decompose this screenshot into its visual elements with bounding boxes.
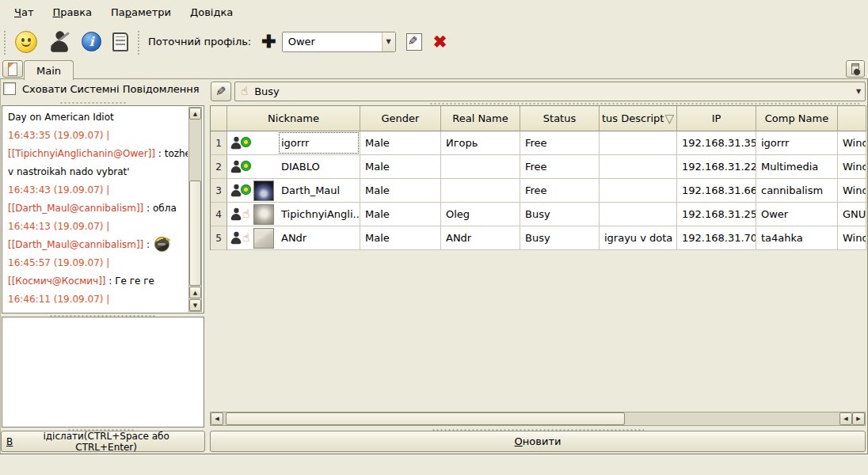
cell-gender: Male bbox=[360, 179, 441, 203]
profile-label: Поточний профіль: bbox=[148, 36, 251, 48]
user-row[interactable]: 2DIABLOMaleFree192.168.31.223MultimediaW… bbox=[211, 155, 866, 179]
user-table: NicknameGenderReal NameStatustus Descrip… bbox=[210, 105, 866, 412]
cell-os: GNU/ bbox=[838, 203, 866, 226]
table-body: 1igorrrMaleИгорьFree192.168.31.35igorrrW… bbox=[211, 131, 866, 250]
scroll-up-button-2[interactable]: ▲ bbox=[189, 287, 201, 298]
chat-log-content: Day on American Idiot16:43:35 (19.09.07)… bbox=[2, 106, 188, 313]
cell-ip: 192.168.31.223 bbox=[677, 155, 756, 179]
nickname-text[interactable]: ANdr bbox=[278, 226, 360, 249]
user-table-grid: NicknameGenderReal NameStatustus Descrip… bbox=[210, 105, 866, 250]
add-profile-button[interactable]: ✚ bbox=[259, 31, 278, 53]
status-edit-button[interactable]: ✎ bbox=[211, 82, 231, 101]
person-icon bbox=[230, 184, 242, 196]
nickname-text[interactable]: Darth_Maul bbox=[278, 179, 360, 202]
scroll-left-button-2[interactable]: ◀ bbox=[839, 412, 852, 425]
chevron-down-icon[interactable]: ▼ bbox=[852, 82, 865, 101]
cell-status-desc: igrayu v dota bbox=[600, 226, 677, 250]
chat-line: [[TipichnyiAnglichanin@Ower]] : tozhe bbox=[8, 145, 188, 163]
plus-icon: ✚ bbox=[261, 33, 276, 51]
chat-line: 16:46:11 (19.09.07) | bbox=[8, 291, 188, 309]
user-row[interactable]: 1igorrrMaleИгорьFree192.168.31.35igorrrW… bbox=[211, 131, 866, 155]
chat-line: 16:45:57 (19.09.07) | bbox=[8, 254, 188, 272]
chevron-down-icon[interactable]: ▼ bbox=[382, 32, 395, 51]
edit-profile-button[interactable]: ✎ bbox=[404, 31, 424, 53]
cell-num: 4 bbox=[211, 203, 227, 226]
menu-item-chat[interactable]: Чат bbox=[5, 2, 43, 22]
avatar bbox=[253, 180, 274, 201]
cell-gender: Male bbox=[360, 131, 441, 155]
scroll-right-button[interactable]: ▶ bbox=[852, 412, 865, 425]
user-row[interactable]: 5☝ANdrMaleANdrBusyigrayu v dota192.168.3… bbox=[211, 226, 866, 250]
scroll-down-button[interactable]: ▼ bbox=[189, 299, 201, 311]
avatar bbox=[253, 228, 274, 249]
nickname-text[interactable]: igorrr bbox=[278, 131, 360, 154]
tab-bar: Main bbox=[0, 59, 868, 79]
hide-system-checkbox[interactable] bbox=[3, 82, 16, 95]
menu-item-edit[interactable]: Правка bbox=[43, 2, 101, 22]
toolbar-grip[interactable] bbox=[2, 29, 7, 55]
hscroll-thumb[interactable] bbox=[226, 412, 625, 425]
chat-log[interactable]: Day on American Idiot16:43:35 (19.09.07)… bbox=[2, 105, 204, 314]
cell-comp-name: ta4ahka bbox=[756, 226, 838, 250]
toolbar: i Поточний профіль: ✚ Ower ▼ ✎ ✖ bbox=[0, 24, 868, 59]
cell-nickname: ☝ANdr bbox=[227, 226, 360, 250]
message-input[interactable] bbox=[2, 317, 204, 428]
cell-status: Free bbox=[520, 155, 600, 179]
col-os[interactable] bbox=[838, 106, 866, 131]
delete-profile-button[interactable]: ✖ bbox=[431, 31, 450, 53]
left-splitter-grip[interactable] bbox=[59, 101, 127, 104]
menu-item-help[interactable]: Довідка bbox=[181, 2, 242, 22]
toolbar-grip-2[interactable] bbox=[136, 29, 141, 55]
cell-num: 2 bbox=[211, 155, 227, 179]
col-comp-name[interactable]: Comp Name bbox=[756, 106, 838, 131]
tab-main[interactable]: Main bbox=[24, 60, 74, 80]
free-status-icon bbox=[240, 137, 252, 150]
info-icon: i bbox=[82, 32, 101, 51]
status-combobox[interactable]: ☝ Busy ▼ bbox=[234, 82, 866, 101]
col-status[interactable]: Status bbox=[520, 106, 600, 131]
chat-line: [[Darth_Maul@cannibalism]] : обла bbox=[8, 200, 188, 218]
hide-system-row: Сховати Системні Повідомлення bbox=[3, 82, 200, 95]
cell-ip: 192.168.31.252 bbox=[677, 203, 756, 226]
cell-os: Windo bbox=[838, 226, 866, 250]
nickname-text[interactable]: DIABLO bbox=[278, 155, 360, 178]
info-button[interactable]: i bbox=[79, 29, 104, 54]
row-icons: ☝ bbox=[227, 203, 278, 226]
notes-button[interactable] bbox=[110, 30, 131, 54]
col-status-desc[interactable]: tus Descript▽ bbox=[600, 106, 677, 131]
smileys-button[interactable] bbox=[13, 28, 40, 55]
scroll-up-button[interactable]: ▲ bbox=[189, 108, 201, 120]
tray-button[interactable] bbox=[846, 60, 865, 78]
col-nickname[interactable]: Nickname bbox=[227, 106, 360, 131]
cell-ip: 192.168.31.66 bbox=[677, 179, 756, 203]
send-button[interactable]: Відіслати(CTRL+Space або CTRL+Enter) bbox=[1, 431, 205, 452]
user-profile-button[interactable] bbox=[46, 32, 73, 51]
col-ip[interactable]: IP bbox=[677, 106, 756, 131]
profile-value: Ower bbox=[283, 36, 382, 48]
chat-nick: [[TipichnyiAnglichanin@Ower]] bbox=[8, 312, 155, 313]
menu-item-options[interactable]: Параметри bbox=[101, 2, 181, 22]
cell-comp-name: igorrr bbox=[756, 131, 838, 155]
cell-status: Free bbox=[520, 179, 600, 203]
profile-combobox[interactable]: Ower ▼ bbox=[282, 32, 396, 52]
table-splitter-grip[interactable] bbox=[429, 101, 859, 104]
col-num[interactable] bbox=[211, 106, 227, 131]
cell-real-name bbox=[441, 179, 520, 203]
cell-gender: Male bbox=[360, 203, 441, 226]
cell-status: Busy bbox=[520, 203, 600, 226]
user-edit-icon bbox=[50, 31, 70, 51]
new-tab-button[interactable] bbox=[2, 60, 23, 78]
col-real-name[interactable]: Real Name bbox=[441, 106, 520, 131]
refresh-button[interactable]: Оновити bbox=[210, 431, 866, 452]
col-gender[interactable]: Gender bbox=[360, 106, 441, 131]
cell-comp-name: Multimedia bbox=[756, 155, 838, 179]
scroll-left-button[interactable]: ◀ bbox=[211, 412, 223, 425]
user-row[interactable]: 4☝TipichnyiAngli...MaleOlegBusy192.168.3… bbox=[211, 203, 866, 226]
nickname-text[interactable]: TipichnyiAngli... bbox=[278, 203, 360, 226]
scroll-thumb[interactable] bbox=[189, 180, 201, 286]
user-row[interactable]: 3Darth_MaulMaleFree192.168.31.66cannibal… bbox=[211, 179, 866, 203]
table-hscrollbar[interactable]: ◀ ◀ ▶ bbox=[210, 412, 866, 426]
chat-scrollbar[interactable]: ▲ ▲ ▼ bbox=[188, 107, 202, 312]
chat-line: 16:43:35 (19.09.07) | bbox=[8, 127, 188, 145]
note-icon bbox=[8, 63, 17, 76]
